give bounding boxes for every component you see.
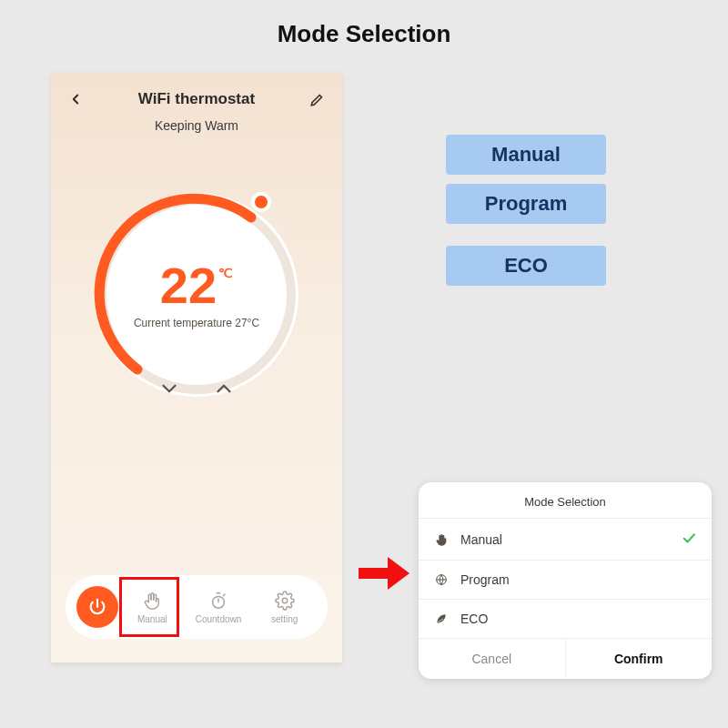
- globe-icon: [433, 571, 450, 588]
- pill-eco: ECO: [446, 246, 606, 286]
- back-icon[interactable]: [66, 89, 86, 109]
- popup-actions: Cancel Confirm: [419, 638, 712, 679]
- temperature-readout: 22 ℃ Current temperature 27°C: [82, 180, 311, 410]
- chevron-up-icon[interactable]: [212, 377, 236, 404]
- edit-icon[interactable]: [308, 89, 328, 109]
- hand-icon: [433, 531, 450, 548]
- status-text: Keeping Warm: [51, 118, 342, 133]
- thermostat-phone-mock: WiFi thermostat Keeping Warm 22 ℃ Curren…: [51, 73, 342, 662]
- current-temperature: Current temperature 27°C: [134, 317, 259, 329]
- temperature-unit: ℃: [218, 266, 233, 280]
- leaf-icon: [433, 611, 450, 627]
- countdown-label: Countdown: [196, 614, 242, 624]
- option-eco-label: ECO: [460, 612, 697, 626]
- set-temperature: 22: [160, 260, 217, 311]
- option-program[interactable]: Program: [419, 560, 712, 599]
- settings-button[interactable]: setting: [252, 581, 317, 632]
- temperature-dial[interactable]: 22 ℃ Current temperature 27°C: [82, 180, 311, 410]
- gear-icon: [275, 591, 295, 612]
- svg-point-3: [282, 598, 288, 603]
- option-program-label: Program: [460, 572, 697, 587]
- highlight-box: [119, 577, 179, 637]
- option-manual[interactable]: Manual: [419, 518, 712, 560]
- chevron-down-icon[interactable]: [157, 377, 181, 404]
- mode-selection-popup: Mode Selection Manual Program ECO Cancel…: [419, 482, 712, 679]
- page-title: Mode Selection: [0, 20, 728, 48]
- power-button[interactable]: [76, 586, 118, 628]
- settings-label: setting: [271, 614, 298, 624]
- countdown-button[interactable]: Countdown: [187, 581, 251, 632]
- check-icon: [681, 530, 697, 549]
- option-manual-label: Manual: [460, 532, 681, 547]
- pill-manual: Manual: [446, 135, 606, 175]
- phone-title: WiFi thermostat: [138, 90, 255, 108]
- stopwatch-icon: [208, 591, 228, 612]
- option-eco[interactable]: ECO: [419, 599, 712, 638]
- bottom-bar: Manual Countdown setting: [66, 575, 328, 639]
- confirm-button[interactable]: Confirm: [566, 639, 713, 679]
- cancel-button[interactable]: Cancel: [419, 639, 566, 679]
- pill-program: Program: [446, 184, 606, 224]
- popup-title: Mode Selection: [419, 482, 712, 518]
- phone-topbar: WiFi thermostat: [51, 73, 342, 115]
- arrow-right-icon: [357, 553, 413, 597]
